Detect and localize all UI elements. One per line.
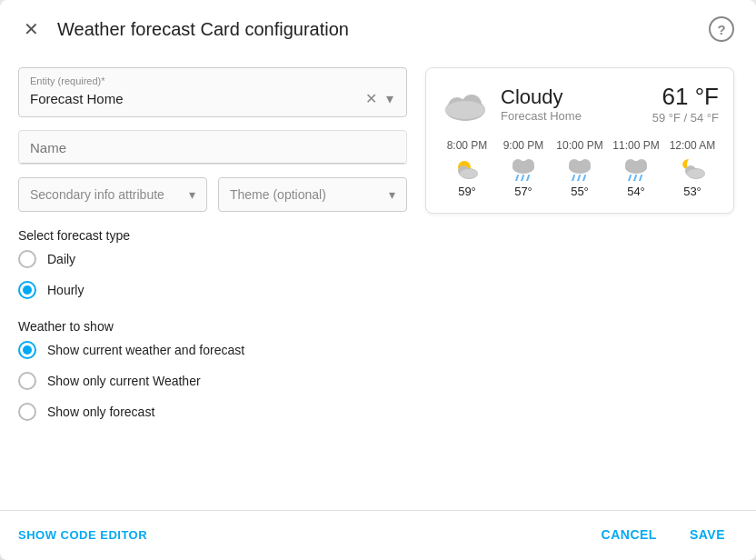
theme-label: Theme (optional): [230, 187, 326, 202]
preview-temp-main: 61 °F: [652, 83, 719, 111]
svg-line-13: [527, 175, 529, 181]
forecast-icon-0: [453, 155, 482, 181]
forecast-item-3: 11:00 PM 54°: [610, 139, 662, 198]
entity-label: Entity (required)*: [30, 75, 395, 86]
entity-row: Forecast Home ✕ ▾: [30, 88, 395, 109]
radio-current-only[interactable]: Show only current Weather: [18, 368, 407, 394]
svg-point-16: [580, 159, 591, 170]
entity-dropdown-button[interactable]: ▾: [384, 88, 395, 109]
forecast-temp-1: 57°: [514, 185, 532, 198]
secondary-info-dropdown[interactable]: Secondary info attribute ▾: [18, 177, 207, 212]
svg-point-28: [687, 169, 705, 178]
preview-temp-range: 59 °F / 54 °F: [652, 111, 719, 125]
radio-daily-label: Daily: [47, 252, 75, 266]
svg-point-15: [569, 159, 580, 170]
right-panel: Cloudy Forecast Home 61 °F 59 °F / 54 °F…: [425, 67, 734, 495]
entity-icons: ✕ ▾: [363, 88, 395, 109]
forecast-type-section: Select forecast type Daily Hourly: [18, 225, 407, 303]
radio-hourly-inner: [23, 285, 32, 295]
radio-current-and-forecast-circle: [18, 341, 36, 359]
code-editor-button[interactable]: SHOW CODE EDITOR: [18, 528, 147, 542]
forecast-icon-4: [678, 155, 707, 181]
svg-point-21: [625, 159, 636, 170]
radio-current-and-forecast-inner: [23, 345, 32, 355]
weather-options-radio-group: Show current weather and forecast Show o…: [18, 337, 407, 425]
dialog-footer: SHOW CODE EDITOR CANCEL SAVE: [0, 510, 756, 560]
secondary-info-arrow-icon: ▾: [189, 187, 195, 202]
radio-current-and-forecast-label: Show current weather and forecast: [47, 343, 244, 357]
svg-line-12: [522, 175, 523, 181]
forecast-item-0: 8:00 PM 59°: [441, 139, 493, 198]
svg-line-19: [583, 175, 585, 181]
forecast-item-1: 9:00 PM 57°: [497, 139, 550, 198]
svg-point-9: [512, 159, 523, 170]
svg-line-11: [516, 175, 518, 181]
forecast-type-radio-group: Daily Hourly: [18, 246, 407, 303]
secondary-info-label: Secondary info attribute: [30, 187, 164, 202]
weather-to-show-title: Weather to show: [18, 319, 407, 334]
theme-dropdown[interactable]: Theme (optional) ▾: [218, 177, 407, 212]
forecast-item-4: 12:00 AM 53°: [666, 139, 719, 198]
radio-current-only-label: Show only current Weather: [47, 374, 201, 388]
forecast-time-2: 10:00 PM: [556, 139, 602, 152]
preview-entity: Forecast Home: [501, 109, 582, 123]
radio-daily-circle: [18, 250, 36, 268]
svg-line-23: [629, 175, 631, 181]
svg-point-3: [445, 101, 485, 119]
forecast-temp-3: 54°: [627, 185, 645, 198]
forecast-type-title: Select forecast type: [18, 228, 407, 243]
forecast-temp-4: 53°: [683, 185, 701, 198]
preview-temp-block: 61 °F 59 °F / 54 °F: [652, 83, 719, 125]
theme-arrow-icon: ▾: [389, 187, 395, 202]
radio-daily[interactable]: Daily: [18, 246, 407, 272]
forecast-temp-0: 59°: [458, 185, 476, 198]
preview-card: Cloudy Forecast Home 61 °F 59 °F / 54 °F…: [425, 67, 734, 214]
cancel-button[interactable]: CANCEL: [592, 522, 666, 547]
dialog-header: ✕ Weather forecast Card configuration ?: [0, 0, 756, 53]
forecast-row: 8:00 PM 59° 9:00 PM: [441, 139, 719, 198]
radio-hourly-label: Hourly: [47, 283, 84, 297]
radio-forecast-only[interactable]: Show only forecast: [18, 399, 407, 425]
preview-left: Cloudy Forecast Home: [441, 83, 582, 125]
dropdowns-row: Secondary info attribute ▾ Theme (option…: [18, 177, 407, 212]
radio-current-and-forecast[interactable]: Show current weather and forecast: [18, 337, 407, 363]
forecast-temp-2: 55°: [571, 185, 589, 198]
forecast-time-0: 8:00 PM: [447, 139, 488, 152]
help-button[interactable]: ?: [709, 16, 734, 42]
svg-line-24: [634, 175, 636, 181]
entity-value: Forecast Home: [30, 91, 124, 106]
radio-forecast-only-label: Show only forecast: [47, 405, 154, 419]
forecast-icon-3: [622, 155, 651, 181]
close-button[interactable]: ✕: [18, 18, 45, 40]
weather-to-show-section: Weather to show Show current weather and…: [18, 315, 407, 425]
svg-point-7: [460, 169, 478, 178]
svg-line-25: [640, 175, 642, 181]
dialog-title: Weather forecast Card configuration: [57, 19, 349, 40]
forecast-icon-2: [565, 155, 594, 181]
preview-info: Cloudy Forecast Home: [501, 85, 582, 123]
svg-line-17: [572, 175, 574, 181]
forecast-time-1: 9:00 PM: [503, 139, 544, 152]
radio-forecast-only-circle: [18, 403, 36, 421]
dialog-body: Entity (required)* Forecast Home ✕ ▾ Sec…: [0, 53, 756, 510]
entity-field: Entity (required)* Forecast Home ✕ ▾: [18, 67, 407, 117]
svg-point-22: [636, 159, 647, 170]
radio-hourly[interactable]: Hourly: [18, 277, 407, 303]
entity-clear-button[interactable]: ✕: [363, 88, 379, 109]
svg-line-18: [578, 175, 580, 181]
forecast-item-2: 10:00 PM 55°: [553, 139, 606, 198]
radio-current-only-circle: [18, 372, 36, 390]
preview-condition: Cloudy: [501, 85, 582, 109]
forecast-time-3: 11:00 PM: [612, 139, 659, 152]
title-row: ✕ Weather forecast Card configuration: [18, 18, 349, 40]
cloudy-icon: [441, 83, 490, 125]
footer-actions: CANCEL SAVE: [592, 522, 734, 547]
weather-forecast-dialog: ✕ Weather forecast Card configuration ? …: [0, 0, 756, 560]
forecast-icon-1: [509, 155, 538, 181]
name-field-wrapper: [18, 130, 407, 165]
svg-point-10: [523, 159, 534, 170]
left-panel: Entity (required)* Forecast Home ✕ ▾ Sec…: [18, 67, 407, 495]
save-button[interactable]: SAVE: [681, 522, 734, 547]
name-input[interactable]: [19, 131, 406, 164]
preview-top: Cloudy Forecast Home 61 °F 59 °F / 54 °F: [441, 83, 719, 125]
